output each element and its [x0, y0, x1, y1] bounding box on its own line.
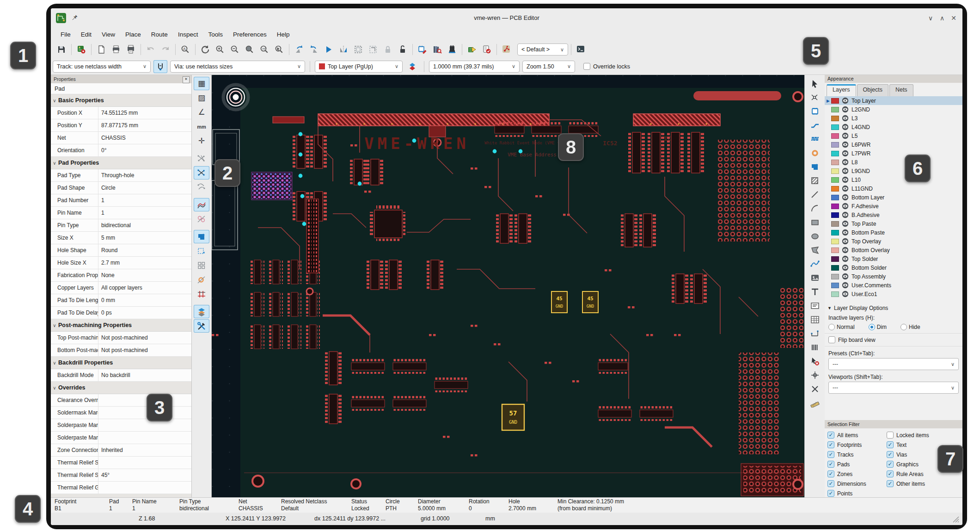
- property-value[interactable]: 87.877175 mm: [98, 119, 191, 131]
- print-button[interactable]: [109, 43, 123, 56]
- properties-section-header[interactable]: ∨Basic Properties: [51, 94, 191, 107]
- tab-objects[interactable]: Objects: [857, 84, 888, 96]
- zoom-select[interactable]: Zoom 1.50∨: [522, 61, 575, 73]
- layer-row-top-overlay[interactable]: Top Overlay: [825, 237, 962, 246]
- property-value[interactable]: Not post-machined: [98, 344, 191, 356]
- visibility-eye-icon[interactable]: [842, 264, 849, 271]
- properties-section-header[interactable]: ∨Post-machining Properties: [51, 319, 191, 332]
- visibility-eye-icon[interactable]: [842, 106, 849, 113]
- title-bar[interactable]: 📌︎ vme-wren — PCB Editor ∨ ∧ ✕: [51, 8, 962, 28]
- visibility-eye-icon[interactable]: [842, 115, 849, 122]
- rotate-cw-button[interactable]: [307, 43, 321, 56]
- property-value[interactable]: Inherited: [98, 444, 191, 456]
- filter-footprints[interactable]: ✓Footprints: [827, 440, 882, 450]
- measure-tool[interactable]: [807, 396, 823, 409]
- radio-hide[interactable]: [900, 324, 907, 330]
- layer-color-swatch[interactable]: [831, 116, 839, 121]
- layer-row-l7pwr[interactable]: L7PWR: [825, 149, 962, 158]
- menu-item-edit[interactable]: Edit: [77, 30, 96, 39]
- properties-section-header[interactable]: ∨Pad Properties: [51, 157, 191, 169]
- board-setup-button[interactable]: [74, 43, 88, 56]
- layer-color-swatch[interactable]: [831, 142, 839, 148]
- filter-all-items[interactable]: ✓All items: [827, 430, 882, 440]
- ratsnest-curved-toggle[interactable]: [194, 180, 209, 194]
- draw-polygon-tool[interactable]: [807, 243, 823, 257]
- layer-row-top-paste[interactable]: Top Paste: [825, 219, 962, 228]
- pad-outline-toggle[interactable]: [194, 273, 209, 286]
- menu-item-inspect[interactable]: Inspect: [174, 30, 202, 39]
- property-value[interactable]: [98, 394, 191, 406]
- unlock-button[interactable]: [396, 43, 410, 56]
- layer-color-swatch[interactable]: [831, 177, 839, 183]
- property-value[interactable]: Through-hole: [98, 169, 191, 181]
- layer-color-swatch[interactable]: [831, 160, 839, 165]
- polar-coordinates-toggle[interactable]: ∠: [194, 105, 209, 119]
- filter-zones[interactable]: ✓Zones: [827, 469, 882, 479]
- footprint-browser-button[interactable]: [430, 43, 444, 56]
- flip-board-button[interactable]: [322, 43, 336, 56]
- draw-zone-tool[interactable]: [807, 160, 823, 173]
- property-value[interactable]: [98, 432, 191, 444]
- ungroup-button[interactable]: [366, 43, 380, 56]
- property-value[interactable]: Round: [98, 244, 191, 256]
- layer-color-swatch[interactable]: [831, 247, 839, 253]
- redo-button[interactable]: [159, 43, 172, 56]
- visibility-eye-icon[interactable]: [842, 167, 849, 174]
- place-footprint-tool[interactable]: [807, 105, 823, 118]
- drill-origin-tool[interactable]: [807, 382, 823, 396]
- group-button[interactable]: [351, 43, 365, 56]
- tune-length-tool[interactable]: [807, 132, 823, 146]
- close-icon[interactable]: ✕: [183, 76, 190, 83]
- layer-color-swatch[interactable]: [831, 133, 839, 139]
- visibility-eye-icon[interactable]: [842, 282, 849, 289]
- draw-bezier-tool[interactable]: [807, 257, 823, 271]
- property-value[interactable]: All copper layers: [98, 282, 191, 294]
- properties-section-header[interactable]: ∨Backdrill Properties: [51, 357, 191, 369]
- plot-button[interactable]: [124, 43, 138, 56]
- properties-section-header[interactable]: ∨Teardrops: [51, 494, 191, 497]
- grid-origin-tool[interactable]: [807, 368, 823, 382]
- layer-color-swatch[interactable]: [831, 204, 839, 209]
- layer-row-l4gnd[interactable]: L4GND: [825, 123, 962, 131]
- zone-fracture-toggle[interactable]: [194, 259, 209, 272]
- pcb-board-view[interactable]: VME-WREN White Rabbit Event Node (VME ve…: [212, 75, 804, 497]
- checkbox[interactable]: ✓: [827, 432, 834, 439]
- menu-item-help[interactable]: Help: [273, 30, 294, 39]
- visibility-eye-icon[interactable]: [842, 229, 849, 236]
- page-settings-button[interactable]: [94, 43, 108, 56]
- filter-locked-items[interactable]: Locked items: [887, 430, 956, 440]
- checkbox[interactable]: ✓: [887, 470, 894, 477]
- visibility-eye-icon[interactable]: [842, 238, 849, 245]
- menu-item-place[interactable]: Place: [121, 30, 145, 39]
- zone-filled-toggle[interactable]: [194, 230, 209, 243]
- layer-row-l8[interactable]: L8: [825, 158, 962, 167]
- menu-item-view[interactable]: View: [98, 30, 119, 39]
- radio-dim[interactable]: [869, 324, 875, 330]
- scripting-console-button[interactable]: [574, 43, 588, 56]
- property-value[interactable]: 0 ps: [98, 307, 191, 319]
- checkbox[interactable]: [887, 432, 894, 439]
- footprint-editor-button[interactable]: [416, 43, 429, 56]
- sketch-pads-toggle[interactable]: [194, 212, 209, 226]
- property-value[interactable]: [98, 482, 191, 494]
- presets-select[interactable]: --- ∨: [828, 358, 959, 370]
- layer-color-swatch[interactable]: [831, 291, 839, 297]
- layers-manager-toggle[interactable]: [194, 305, 209, 318]
- visibility-eye-icon[interactable]: [842, 211, 849, 218]
- override-locks-checkbox[interactable]: [583, 63, 590, 70]
- tab-layers[interactable]: Layers: [827, 84, 856, 96]
- grid-select[interactable]: 1.0000 mm (39.37 mils)∨: [429, 61, 520, 73]
- layer-color-swatch[interactable]: [831, 151, 839, 156]
- visibility-eye-icon[interactable]: [842, 220, 849, 227]
- layer-pair-button[interactable]: [405, 60, 419, 73]
- alignment-target-tool[interactable]: [807, 340, 823, 354]
- checkbox[interactable]: ✓: [827, 451, 834, 458]
- layer-row-bottom-overlay[interactable]: Bottom Overlay: [825, 246, 962, 254]
- filter-other-items[interactable]: ✓Other items: [887, 479, 956, 489]
- property-value[interactable]: None: [98, 269, 191, 281]
- select-tool[interactable]: [807, 77, 823, 90]
- layer-row-user-comments[interactable]: User.Comments: [825, 281, 962, 290]
- window-shade-icon[interactable]: ∨: [925, 8, 937, 28]
- property-value[interactable]: No backdrill: [98, 369, 191, 381]
- property-value[interactable]: 2.7 mm: [98, 257, 191, 269]
